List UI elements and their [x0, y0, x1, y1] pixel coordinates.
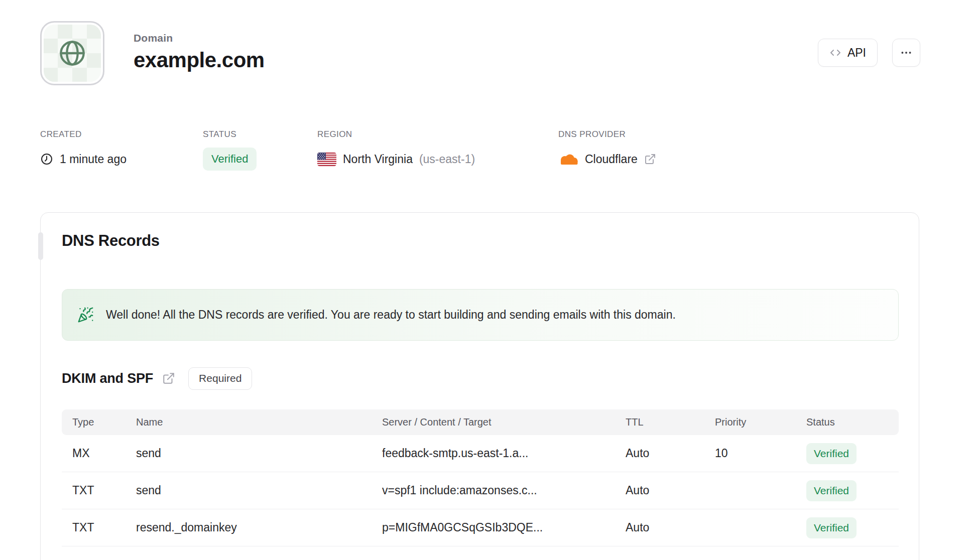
cell-content: v=spf1 include:amazonses.c... [382, 484, 626, 497]
record-status-badge: Verified [806, 443, 857, 464]
meta-region: REGION [317, 129, 475, 171]
section-indicator [38, 232, 43, 260]
created-label: CREATED [40, 129, 127, 139]
meta-dns-provider: DNS PROVIDER Cloudflare [558, 129, 656, 171]
cell-content: p=MIGfMA0GCSqGSIb3DQE... [382, 521, 626, 534]
page-header: Domain example.com [134, 32, 265, 72]
cell-priority: 10 [715, 447, 806, 460]
globe-icon [56, 37, 88, 69]
dkim-section-header: DKIM and SPF Required [62, 366, 252, 391]
region-label: REGION [317, 129, 475, 139]
meta-status: STATUS Verified [203, 129, 257, 171]
cell-content: feedback-smtp.us-east-1.a... [382, 447, 626, 460]
table-row: MX send feedback-smtp.us-east-1.a... Aut… [62, 435, 899, 472]
column-header-type: Type [72, 416, 136, 428]
page-eyebrow: Domain [134, 32, 265, 44]
created-value: 1 minute ago [60, 153, 127, 166]
status-label: STATUS [203, 129, 257, 139]
required-badge: Required [188, 367, 252, 390]
dns-records-title: DNS Records [62, 232, 160, 250]
region-name: North Virginia [343, 153, 413, 166]
column-header-content: Server / Content / Target [382, 416, 626, 428]
page-title: example.com [134, 48, 265, 72]
table-row: TXT send v=spf1 include:amazonses.c... A… [62, 472, 899, 509]
external-link-icon[interactable] [644, 153, 656, 165]
record-status-badge: Verified [806, 480, 857, 501]
dns-provider-value: Cloudflare [585, 153, 638, 166]
dkim-section-title: DKIM and SPF [62, 371, 153, 386]
meta-created: CREATED 1 minute ago [40, 129, 127, 171]
column-header-name: Name [136, 416, 382, 428]
cell-name: resend._domainkey [136, 521, 382, 534]
cell-type: TXT [72, 521, 136, 534]
region-code: (us-east-1) [419, 153, 475, 166]
cell-type: MX [72, 447, 136, 460]
column-header-ttl: TTL [626, 416, 715, 428]
cell-ttl: Auto [626, 447, 715, 460]
api-button-label: API [847, 46, 866, 60]
cloudflare-icon [558, 153, 578, 166]
cell-ttl: Auto [626, 484, 715, 497]
external-link-icon[interactable] [162, 372, 175, 385]
domain-detail-page: Domain example.com API CREATED [0, 0, 976, 560]
api-button[interactable]: API [818, 39, 878, 67]
cell-name: send [136, 447, 382, 460]
dns-provider-label: DNS PROVIDER [558, 129, 656, 139]
party-popper-icon [77, 307, 94, 323]
success-banner: Well done! All the DNS records are verif… [62, 289, 899, 341]
ellipsis-icon [900, 46, 913, 59]
column-header-priority: Priority [715, 416, 806, 428]
more-options-button[interactable] [892, 39, 920, 67]
clock-icon [40, 153, 53, 166]
header-actions: API [818, 39, 920, 67]
table-row: TXT resend._domainkey p=MIGfMA0GCSqGSIb3… [62, 509, 899, 546]
domain-avatar [40, 21, 104, 85]
record-status-badge: Verified [806, 517, 857, 538]
us-flag-icon [317, 153, 336, 166]
cell-name: send [136, 484, 382, 497]
status-badge: Verified [203, 148, 257, 171]
cell-ttl: Auto [626, 521, 715, 534]
success-banner-text: Well done! All the DNS records are verif… [106, 308, 676, 322]
table-header-row: Type Name Server / Content / Target TTL … [62, 409, 899, 435]
dns-records-card: DNS Records Well done! All the DNS recor… [40, 212, 919, 560]
dns-records-table: Type Name Server / Content / Target TTL … [62, 409, 899, 546]
cell-type: TXT [72, 484, 136, 497]
code-icon [829, 47, 841, 59]
column-header-status: Status [806, 416, 899, 428]
